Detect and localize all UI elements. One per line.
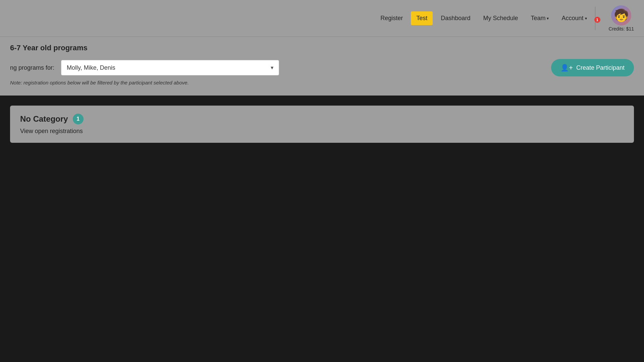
nav-dashboard[interactable]: Dashboard <box>436 12 475 24</box>
header-icons: 1 🧒 Credits: $11 <box>599 5 634 32</box>
nav-my-schedule[interactable]: My Schedule <box>478 12 523 24</box>
account-dropdown-arrow: ▾ <box>585 16 587 21</box>
nav-register[interactable]: Register <box>376 12 408 24</box>
filter-row: ng programs for: Molly, Mike, Denis 👤+ C… <box>10 59 634 76</box>
header: Register Test Dashboard My Schedule Team… <box>0 0 644 37</box>
credits-display: Credits: $11 <box>609 26 634 32</box>
category-count-badge: 1 <box>73 114 84 124</box>
main-nav: Register Test Dashboard My Schedule Team… <box>376 11 591 25</box>
filter-label: ng programs for: <box>10 64 54 71</box>
avatar: 🧒 <box>611 5 631 25</box>
participant-select-wrapper: Molly, Mike, Denis <box>61 60 279 75</box>
category-header: No Category 1 <box>20 114 624 124</box>
category-card: No Category 1 View open registrations <box>10 106 634 143</box>
nav-team[interactable]: Team ▾ <box>526 12 553 24</box>
nav-account[interactable]: Account ▾ <box>557 12 591 24</box>
view-open-registrations-link[interactable]: View open registrations <box>20 128 83 134</box>
create-participant-label: Create Participant <box>576 64 625 71</box>
dark-section: No Category 1 View open registrations <box>0 96 644 153</box>
nav-test[interactable]: Test <box>411 11 433 25</box>
team-dropdown-arrow: ▾ <box>547 16 549 21</box>
page-title: 6-7 Year old programs <box>10 44 634 52</box>
category-title: No Category <box>20 114 68 124</box>
filter-note: Note: registration options below will be… <box>10 80 634 85</box>
user-avatar-container[interactable]: 🧒 Credits: $11 <box>609 5 634 32</box>
create-participant-button[interactable]: 👤+ Create Participant <box>551 59 634 76</box>
participant-select[interactable]: Molly, Mike, Denis <box>61 60 279 75</box>
create-participant-icon: 👤+ <box>560 64 573 72</box>
notification-count: 1 <box>594 17 600 23</box>
content-area: 6-7 Year old programs ng programs for: M… <box>0 37 644 96</box>
